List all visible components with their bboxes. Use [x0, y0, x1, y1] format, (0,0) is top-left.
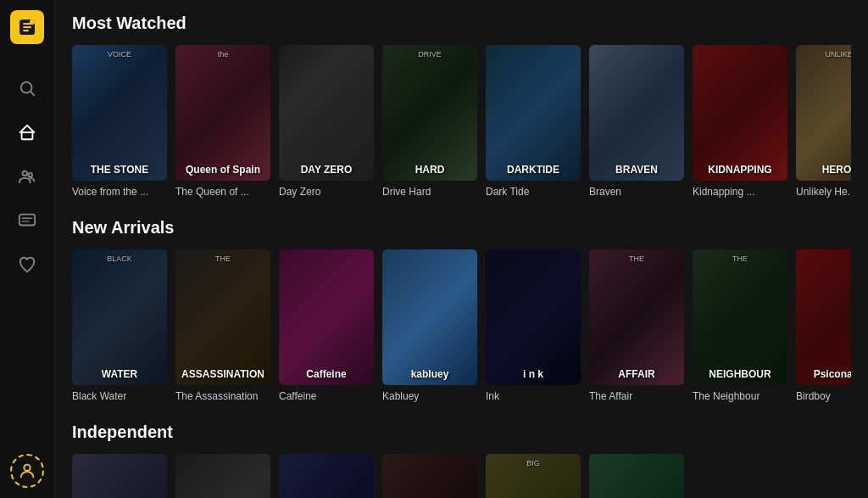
movie-title-assassination: The Assassination	[175, 390, 270, 402]
poster-bottom-label-caffeine: Caffeine	[279, 368, 374, 380]
movie-card-kabluey[interactable]: kablueyKabluey	[382, 249, 477, 402]
poster-bottom-label-kabluey: kabluey	[382, 368, 477, 380]
movie-poster-birdboy: Psiconautas	[796, 249, 851, 385]
movie-title-kabluey: Kabluey	[382, 390, 477, 402]
movie-title-braven: Braven	[589, 186, 684, 198]
movie-card-blackwater[interactable]: BLACKWATERBlack Water	[72, 249, 167, 402]
movie-title-unlikely: Unlikely He...	[796, 186, 851, 198]
movie-poster-blackwater: BLACKWATER	[72, 249, 167, 385]
movie-poster-darktide: DARKTIDE	[486, 45, 581, 181]
movie-poster-ind5: BIGMEETS BIGGER	[486, 454, 581, 498]
poster-bottom-label-affair: AFFAIR	[589, 368, 684, 380]
poster-bottom-label-ink: i n k	[486, 368, 581, 380]
movie-title-queen: The Queen of ...	[175, 186, 270, 198]
movie-card-unlikely[interactable]: UNLIKELYHEROESUnlikely He...	[796, 45, 851, 198]
poster-top-label-affair: THE	[589, 255, 684, 263]
movie-row-most-watched: VOICETHE STONEVoice from the ...theQueen…	[72, 45, 851, 198]
section-title-new-arrivals: New Arrivals	[72, 218, 851, 238]
poster-bottom-label-unlikely: HEROES	[796, 164, 851, 176]
poster-top-label-assassination: THE	[175, 255, 270, 263]
movie-card-affair[interactable]: THEAFFAIRThe Affair	[589, 249, 684, 402]
movie-card-assassination[interactable]: THEASSASSINATIONThe Assassination	[175, 249, 270, 402]
app-logo[interactable]	[10, 10, 44, 44]
search-icon[interactable]	[8, 70, 46, 107]
section-title-most-watched: Most Watched	[72, 14, 851, 33]
svg-point-6	[28, 173, 32, 177]
movie-card-ind4[interactable]: ...	[382, 454, 477, 498]
main-content: Most WatchedVOICETHE STONEVoice from the…	[55, 0, 868, 498]
movie-poster-ind3	[279, 454, 374, 498]
movie-poster-ind2	[175, 454, 270, 498]
poster-bottom-label-neighbour: NEIGHBOUR	[693, 368, 787, 380]
movie-poster-ind4	[382, 454, 477, 498]
section-independent: IndependentUNBROKENUnbroken.........BIGM…	[72, 422, 851, 498]
svg-point-5	[23, 171, 28, 176]
heart-icon[interactable]	[8, 246, 46, 283]
movie-poster-caffeine: Caffeine	[279, 249, 374, 385]
movie-poster-ink: i n k	[486, 249, 581, 385]
poster-bottom-label-voice: THE STONE	[72, 164, 167, 176]
poster-bottom-label-darktide: DARKTIDE	[486, 164, 581, 176]
poster-bottom-label-queen: Queen of Spain	[175, 164, 270, 176]
movie-poster-ind1: UNBROKEN	[72, 454, 167, 498]
movie-card-darktide[interactable]: DARKTIDEDark Tide	[486, 45, 581, 198]
movie-card-ink[interactable]: i n kInk	[486, 249, 581, 402]
movie-title-birdboy: Birdboy	[796, 390, 851, 402]
movie-card-queen[interactable]: theQueen of SpainThe Queen of ...	[175, 45, 270, 198]
poster-bottom-label-dayzero: DAY ZERO	[279, 164, 374, 176]
movie-card-braven[interactable]: BRAVENBraven	[589, 45, 684, 198]
poster-top-label-unlikely: UNLIKELY	[796, 50, 851, 59]
svg-rect-7	[19, 215, 35, 226]
movie-poster-drivehard: DRIVEHARD	[382, 45, 477, 181]
movie-row-independent: UNBROKENUnbroken.........BIGMEETS BIGGER…	[72, 454, 851, 498]
movie-poster-dayzero: DAY ZERO	[279, 45, 374, 181]
movie-card-ind6[interactable]: ...	[589, 454, 684, 498]
movie-card-ind1[interactable]: UNBROKENUnbroken	[72, 454, 167, 498]
movie-card-ind3[interactable]: ...	[279, 454, 374, 498]
movie-poster-queen: theQueen of Spain	[175, 45, 270, 181]
movie-row-new-arrivals: BLACKWATERBlack WaterTHEASSASSINATIONThe…	[72, 249, 851, 402]
movie-poster-affair: THEAFFAIR	[589, 249, 684, 385]
movie-title-blackwater: Black Water	[72, 390, 167, 402]
movie-card-ind2[interactable]: ...	[175, 454, 270, 498]
movie-poster-assassination: THEASSASSINATION	[175, 249, 270, 385]
user-avatar[interactable]	[10, 454, 44, 488]
poster-top-label-ind5: BIG	[486, 459, 581, 467]
poster-bottom-label-assassination: ASSASSINATION	[175, 368, 270, 380]
poster-bottom-label-birdboy: Psiconautas	[796, 368, 851, 380]
svg-point-1	[30, 20, 35, 25]
movie-card-caffeine[interactable]: CaffeineCaffeine	[279, 249, 374, 402]
movie-poster-braven: BRAVEN	[589, 45, 684, 181]
svg-rect-4	[22, 132, 33, 139]
movie-card-neighbour[interactable]: THENEIGHBOURThe Neighbour	[693, 249, 787, 402]
movie-title-voice: Voice from the ...	[72, 186, 167, 198]
poster-bottom-label-blackwater: WATER	[72, 368, 167, 380]
movie-card-ind5[interactable]: BIGMEETS BIGGER...	[486, 454, 581, 498]
movie-title-ink: Ink	[486, 390, 581, 402]
movie-card-dayzero[interactable]: DAY ZERODay Zero	[279, 45, 374, 198]
movie-poster-neighbour: THENEIGHBOUR	[693, 249, 787, 385]
poster-top-label-blackwater: BLACK	[72, 255, 167, 263]
svg-line-3	[31, 92, 34, 95]
movie-poster-kidnapping: KIDNAPPING	[693, 45, 787, 181]
home-icon[interactable]	[8, 114, 46, 151]
movie-title-kidnapping: Kidnapping ...	[693, 186, 787, 198]
movie-title-drivehard: Drive Hard	[382, 186, 477, 198]
movie-title-darktide: Dark Tide	[486, 186, 581, 198]
movie-card-voice[interactable]: VOICETHE STONEVoice from the ...	[72, 45, 167, 198]
movie-poster-unlikely: UNLIKELYHEROES	[796, 45, 851, 181]
chat-icon[interactable]	[8, 202, 46, 239]
poster-top-label-queen: the	[175, 50, 270, 59]
poster-top-label-neighbour: THE	[693, 255, 787, 263]
movie-card-kidnapping[interactable]: KIDNAPPINGKidnapping ...	[693, 45, 787, 198]
movie-poster-voice: VOICETHE STONE	[72, 45, 167, 181]
movie-title-affair: The Affair	[589, 390, 684, 402]
poster-top-label-voice: VOICE	[72, 50, 167, 59]
users-icon[interactable]	[8, 158, 46, 195]
movie-title-dayzero: Day Zero	[279, 186, 374, 198]
movie-title-caffeine: Caffeine	[279, 390, 374, 402]
movie-poster-kabluey: kabluey	[382, 249, 477, 385]
movie-card-birdboy[interactable]: PsiconautasBirdboy	[796, 249, 851, 402]
poster-bottom-label-kidnapping: KIDNAPPING	[693, 164, 787, 176]
movie-card-drivehard[interactable]: DRIVEHARDDrive Hard	[382, 45, 477, 198]
